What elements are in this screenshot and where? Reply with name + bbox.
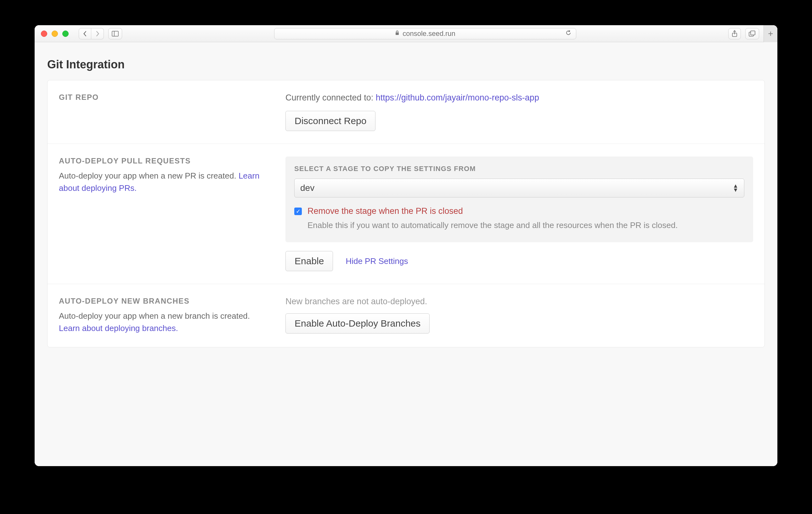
select-stage-label: SELECT A STAGE TO COPY THE SETTINGS FROM [294, 165, 744, 173]
connected-prefix: Currently connected to: [286, 93, 376, 102]
enable-pr-button[interactable]: Enable [286, 251, 333, 271]
lock-icon [395, 30, 399, 37]
toolbar-right [728, 28, 759, 39]
page-content: Git Integration GIT REPO Currently conne… [35, 42, 777, 466]
hide-pr-settings-link[interactable]: Hide PR Settings [346, 256, 408, 266]
branches-label: AUTO-DEPLOY NEW BRANCHES [59, 297, 273, 305]
pr-settings-box: SELECT A STAGE TO COPY THE SETTINGS FROM… [286, 157, 753, 242]
share-button[interactable] [728, 28, 741, 39]
pr-description: Auto-deploy your app when a new PR is cr… [59, 170, 273, 194]
pr-label: AUTO-DEPLOY PULL REQUESTS [59, 157, 273, 165]
settings-panel: GIT REPO Currently connected to: https:/… [47, 80, 765, 347]
url-bar[interactable]: console.seed.run [274, 28, 576, 39]
branches-status: New branches are not auto-deployed. [286, 297, 753, 306]
maximize-icon[interactable] [62, 31, 68, 37]
git-repo-label: GIT REPO [59, 93, 273, 102]
window-controls [41, 31, 68, 37]
close-icon[interactable] [41, 31, 47, 37]
stage-select-value: dev [300, 183, 314, 193]
git-repo-section: GIT REPO Currently connected to: https:/… [48, 80, 764, 144]
chevron-up-down-icon: ▲▼ [733, 184, 738, 192]
url-text: console.seed.run [403, 30, 456, 38]
page-title: Git Integration [47, 58, 765, 71]
tabs-button[interactable] [745, 28, 759, 39]
titlebar: console.seed.run + [35, 25, 777, 42]
branches-description: Auto-deploy your app when a new branch i… [59, 310, 273, 334]
learn-branches-link[interactable]: Learn about deploying branches. [59, 323, 178, 333]
connected-text: Currently connected to: https://github.c… [286, 93, 753, 103]
browser-window: console.seed.run + Git Integration GIT R… [35, 25, 777, 466]
svg-rect-0 [112, 31, 118, 36]
remove-stage-checkbox-row: ✓ Remove the stage when the PR is closed… [294, 206, 744, 232]
stage-select[interactable]: dev ▲▼ [294, 179, 744, 197]
back-button[interactable] [79, 28, 91, 39]
repo-link[interactable]: https://github.com/jayair/mono-repo-sls-… [376, 93, 539, 102]
minimize-icon[interactable] [52, 31, 58, 37]
remove-stage-desc: Enable this if you want to automatically… [308, 219, 677, 232]
disconnect-repo-button[interactable]: Disconnect Repo [286, 111, 375, 131]
svg-rect-5 [751, 31, 755, 35]
remove-stage-checkbox[interactable]: ✓ [294, 208, 302, 215]
remove-stage-title: Remove the stage when the PR is closed [308, 206, 677, 216]
auto-deploy-pr-section: AUTO-DEPLOY PULL REQUESTS Auto-deploy yo… [48, 144, 764, 284]
auto-deploy-branches-section: AUTO-DEPLOY NEW BRANCHES Auto-deploy you… [48, 284, 764, 347]
enable-branches-button[interactable]: Enable Auto-Deploy Branches [286, 314, 430, 333]
forward-button[interactable] [91, 28, 104, 39]
svg-rect-2 [396, 32, 399, 35]
refresh-icon[interactable] [565, 30, 572, 38]
pr-actions: Enable Hide PR Settings [286, 251, 753, 271]
sidebar-toggle-button[interactable] [108, 28, 122, 39]
nav-buttons [79, 28, 104, 39]
